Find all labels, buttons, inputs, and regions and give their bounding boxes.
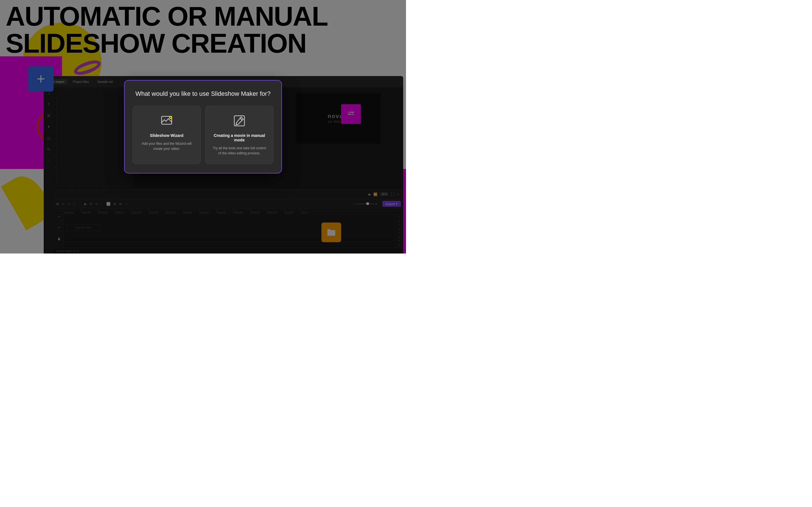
manual-icon bbox=[233, 114, 246, 130]
modal-dialog: What would you like to use Slideshow Mak… bbox=[124, 80, 282, 174]
modal-option-wizard[interactable]: Slideshow Wizard Add your files and the … bbox=[133, 106, 201, 164]
modal-option-manual[interactable]: Creating a movie in manual mode Try all … bbox=[205, 106, 273, 164]
modal-options: Slideshow Wizard Add your files and the … bbox=[133, 106, 273, 164]
svg-line-8 bbox=[171, 116, 172, 117]
wizard-desc: Add your files and the Wizard will creat… bbox=[139, 141, 195, 151]
wizard-icon bbox=[160, 114, 173, 130]
modal-title: What would you like to use Slideshow Mak… bbox=[133, 90, 273, 98]
modal-overlay: What would you like to use Slideshow Mak… bbox=[0, 0, 406, 253]
wizard-title: Slideshow Wizard bbox=[150, 133, 184, 138]
manual-desc: Try all the tools and take full control … bbox=[211, 146, 267, 156]
svg-line-11 bbox=[240, 118, 242, 120]
svg-line-9 bbox=[171, 118, 172, 119]
manual-title: Creating a movie in manual mode bbox=[211, 133, 267, 142]
